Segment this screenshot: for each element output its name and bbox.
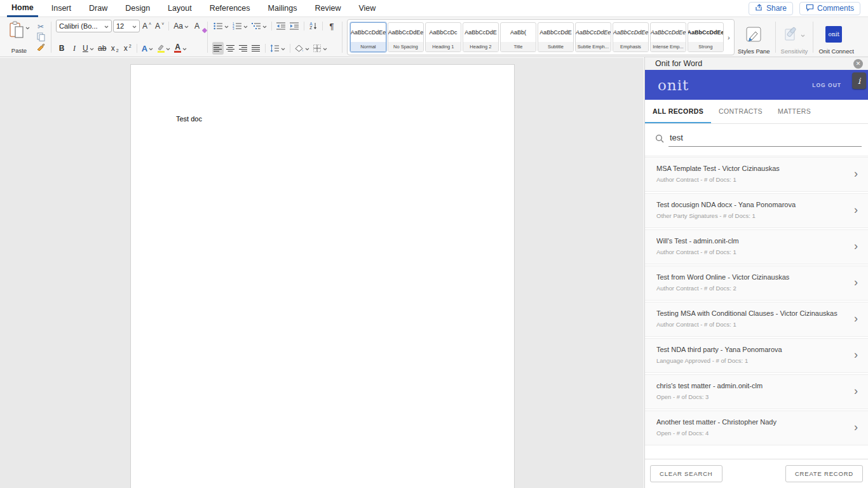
style-subtitle[interactable]: AaBbCcDdE Subtitle: [538, 22, 574, 52]
bold-button[interactable]: B: [56, 42, 67, 55]
menubar-right-actions: Share Comments: [749, 2, 868, 15]
font-color-swatch: [174, 51, 181, 53]
sensitivity-button[interactable]: Sensitivity: [779, 19, 810, 55]
style-title[interactable]: AaBb( Title: [500, 22, 536, 52]
increase-indent-button[interactable]: [288, 20, 301, 32]
gallery-expand-button[interactable]: ›: [725, 34, 733, 41]
multilevel-list-button[interactable]: [250, 20, 268, 32]
tab-contracts[interactable]: CONTRACTS: [711, 100, 770, 123]
record-row[interactable]: chris's test matter - admin.onit-clm Ope…: [645, 374, 868, 409]
format-painter-icon[interactable]: [35, 42, 46, 52]
clear-formatting-button[interactable]: A: [191, 20, 203, 32]
shrink-font-button[interactable]: A˅: [154, 20, 165, 32]
menu-tab-mailings[interactable]: Mailings: [264, 0, 302, 17]
menu-tab-layout[interactable]: Layout: [163, 0, 196, 17]
styles-gallery: AaBbCcDdEe Normal AaBbCcDdEe No Spacing …: [347, 19, 735, 55]
menu-tab-home[interactable]: Home: [7, 0, 38, 17]
svg-text:3: 3: [233, 27, 234, 30]
style-strong[interactable]: AaBbCcDdEe Strong: [688, 22, 724, 52]
grow-font-button[interactable]: A˄: [141, 20, 153, 32]
underline-button[interactable]: U: [81, 42, 95, 55]
record-row[interactable]: Will's Test - admin.onit-clm Author Cont…: [645, 229, 868, 264]
document-page[interactable]: Test doc: [130, 64, 515, 488]
record-row[interactable]: Test NDA third party - Yana Ponomarova L…: [645, 338, 868, 373]
clipboard-paste-icon: [9, 21, 24, 41]
info-icon[interactable]: i: [852, 72, 866, 89]
font-color-button[interactable]: A: [173, 42, 188, 55]
log-out-button[interactable]: LOG OUT: [812, 82, 841, 88]
chevron-down-icon: [184, 22, 189, 30]
chevron-down-icon: [149, 44, 153, 53]
menu-tab-review[interactable]: Review: [310, 0, 345, 17]
style-intense-emphasis[interactable]: AaBbCcDdEe Intense Emp...: [650, 22, 686, 52]
share-button[interactable]: Share: [749, 2, 793, 15]
ribbon-toolbar: Paste ✂ Calibri (Bo... 12: [0, 17, 868, 57]
menu-bar: Home Insert Draw Design Layout Reference…: [0, 0, 868, 17]
onit-addin-panel: Onit for Word ✕ onit LOG OUT i ALL RECOR…: [644, 57, 868, 488]
text-effects-button[interactable]: A: [140, 42, 154, 55]
font-name-combo[interactable]: Calibri (Bo...: [56, 20, 112, 32]
chevron-right-icon: ›: [854, 348, 858, 361]
panel-footer: CLEAR SEARCH CREATE RECORD: [645, 459, 868, 488]
search-icon: [655, 134, 665, 146]
align-right-button[interactable]: [238, 42, 249, 55]
paste-button[interactable]: Paste: [5, 20, 33, 55]
numbered-list-button[interactable]: 123: [231, 20, 249, 32]
tab-all-records[interactable]: ALL RECORDS: [645, 100, 711, 123]
record-row[interactable]: Test docusign NDA docx - Yana Ponomarova…: [645, 193, 868, 228]
shading-button[interactable]: [294, 42, 311, 55]
cut-icon[interactable]: ✂: [35, 22, 46, 32]
record-row[interactable]: Test from Word Online - Victor Cizinausk…: [645, 266, 868, 301]
clipboard-group: Paste ✂: [4, 19, 48, 55]
change-case-button[interactable]: Aa: [172, 20, 190, 32]
paste-dropdown-icon: [25, 21, 30, 32]
show-paragraph-marks-button[interactable]: ¶: [326, 20, 337, 32]
font-size-combo[interactable]: 12: [113, 20, 140, 32]
record-row[interactable]: Testing MSA with Conditional Clauses - V…: [645, 302, 868, 337]
menu-tab-view[interactable]: View: [354, 0, 380, 17]
superscript-button[interactable]: x2: [122, 42, 133, 55]
chevron-down-icon: [104, 22, 109, 30]
menu-tab-references[interactable]: References: [205, 0, 255, 17]
italic-button[interactable]: I: [69, 42, 80, 55]
menu-tab-insert[interactable]: Insert: [47, 0, 76, 17]
chevron-right-icon: ›: [854, 203, 858, 216]
comments-button[interactable]: Comments: [799, 2, 860, 15]
style-subtle-emphasis[interactable]: AaBbCcDdEe Subtle Emph...: [575, 22, 611, 52]
justify-button[interactable]: [250, 42, 262, 55]
align-center-button[interactable]: [225, 42, 236, 55]
style-heading-2[interactable]: AaBbCcDdE Heading 2: [463, 22, 499, 52]
strikethrough-button[interactable]: ab: [97, 42, 108, 55]
paragraph-group: 123 AZ ¶: [211, 19, 339, 55]
sort-button[interactable]: AZ: [308, 20, 319, 32]
bullet-list-button[interactable]: [212, 20, 230, 32]
borders-button[interactable]: [312, 42, 329, 55]
highlight-button[interactable]: [156, 42, 172, 55]
create-record-button[interactable]: CREATE RECORD: [785, 465, 863, 482]
style-no-spacing[interactable]: AaBbCcDdEe No Spacing: [388, 22, 424, 52]
search-input[interactable]: [668, 133, 862, 147]
records-list: MSA Template Test - Victor Cizinauskas A…: [645, 156, 868, 458]
align-left-button[interactable]: [212, 42, 224, 55]
copy-icon[interactable]: [35, 32, 46, 42]
close-icon[interactable]: ✕: [853, 59, 863, 69]
styles-pane-icon: [745, 20, 762, 48]
tab-matters[interactable]: MATTERS: [770, 100, 818, 123]
style-normal[interactable]: AaBbCcDdEe Normal: [350, 22, 386, 52]
subscript-button[interactable]: x2: [109, 42, 121, 55]
menu-tab-draw[interactable]: Draw: [85, 0, 112, 17]
decrease-indent-button[interactable]: [275, 20, 287, 32]
chevron-right-icon: ›: [854, 275, 858, 288]
style-emphasis[interactable]: AaBbCcDdEe Emphasis: [613, 22, 649, 52]
onit-connect-button[interactable]: onit Onit Connect: [817, 19, 851, 55]
chevron-down-icon: [305, 44, 309, 53]
clear-search-button[interactable]: CLEAR SEARCH: [650, 465, 722, 482]
panel-tabs: ALL RECORDS CONTRACTS MATTERS: [645, 100, 868, 124]
record-row[interactable]: Another test matter - Christopher Nady O…: [645, 410, 868, 445]
line-spacing-button[interactable]: [269, 42, 287, 55]
styles-pane-button[interactable]: Styles Pane: [736, 19, 772, 55]
record-row[interactable]: MSA Template Test - Victor Cizinauskas A…: [645, 157, 868, 192]
document-workspace: Test doc: [0, 58, 644, 488]
style-heading-1[interactable]: AaBbCcDc Heading 1: [425, 22, 461, 52]
menu-tab-design[interactable]: Design: [121, 0, 154, 17]
